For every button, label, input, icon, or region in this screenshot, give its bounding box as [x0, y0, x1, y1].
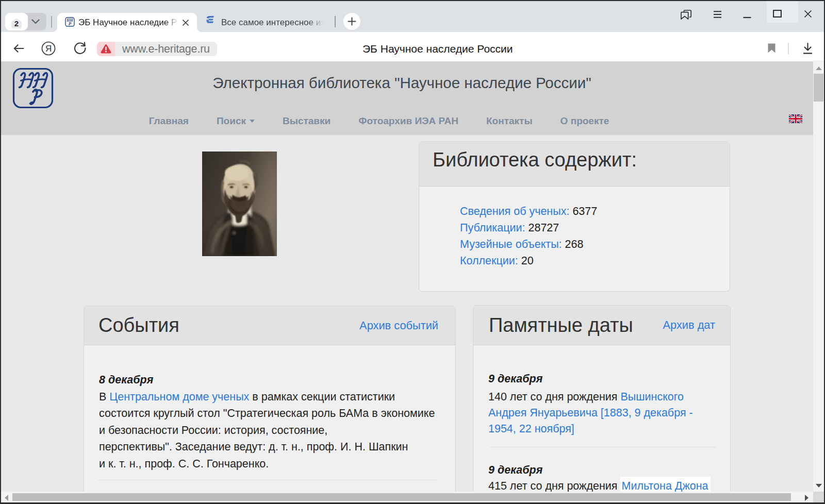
- divider: [98, 480, 437, 480]
- downloads-icon[interactable]: [803, 43, 813, 54]
- new-tab-button[interactable]: [343, 13, 360, 30]
- horizontal-scroll-thumb[interactable]: [12, 493, 791, 501]
- scroll-left-arrow[interactable]: [5, 495, 8, 501]
- tab-title: ЭБ Научное наследие Р: [78, 18, 179, 29]
- page-title-omnibox: ЭБ Научное наследие России: [362, 42, 513, 56]
- tab-close-icon[interactable]: [182, 19, 189, 26]
- text-segment: и к. т. н., проф. С. С. Гончаренко.: [99, 458, 269, 470]
- scientist-portrait-photo: [202, 152, 277, 256]
- vertical-scroll-thumb[interactable]: [814, 74, 823, 102]
- text-line: 9 декабря: [488, 462, 725, 478]
- text-segment: перспективы". Заседание ведут: д. т. н.,…: [99, 441, 408, 453]
- text-line: и к. т. н., проф. С. С. Гончаренко.: [99, 456, 450, 473]
- text-line: 9 декабря: [488, 371, 725, 387]
- inline-link[interactable]: Центральном доме ученых: [109, 391, 249, 403]
- tab-counter[interactable]: 2: [5, 13, 46, 30]
- back-icon[interactable]: [13, 43, 24, 54]
- warning-triangle-icon: [101, 44, 111, 54]
- tab-title: Все самое интересное из: [221, 18, 327, 29]
- minimize-icon[interactable]: [743, 16, 751, 19]
- text-segment: в рамках секции статистики: [249, 391, 395, 403]
- text-segment: 415 лет со дня рождения: [488, 480, 620, 492]
- tabstrip-divider: [335, 16, 336, 27]
- dates-item: 9 декабря140 лет со дня рождения Вышинск…: [488, 371, 725, 438]
- stat-row: Публикации: 28727: [460, 220, 597, 236]
- text-segment: 9 декабря: [488, 464, 542, 476]
- window-close-icon[interactable]: [804, 10, 812, 18]
- nav-home[interactable]: Главная: [149, 115, 189, 127]
- text-line: 415 лет со дня рождения Мильтона Джона: [488, 478, 725, 492]
- site-header: Электронная библиотека "Научное наследие…: [1, 60, 813, 135]
- reload-icon[interactable]: [73, 41, 87, 55]
- panels-bookmarks-icon[interactable]: [680, 10, 692, 20]
- site-nav: Главная Поиск Выставки Фотоархив ИЭА РАН…: [1, 115, 757, 127]
- text-line: В Центральном доме ученых в рамках секци…: [99, 389, 450, 406]
- stat-value: 28727: [528, 222, 559, 234]
- stat-value: 268: [565, 238, 584, 250]
- text-segment: 8 декабря: [99, 374, 153, 386]
- stat-value: 20: [521, 255, 534, 267]
- stat-row: Коллекции: 20: [460, 253, 597, 269]
- text-line: и безопасности России: история, состояни…: [99, 422, 450, 439]
- stat-row: Музейные объекты: 268: [460, 236, 597, 253]
- maximize-icon[interactable]: [773, 10, 782, 18]
- dates-item: 9 декабря415 лет со дня рождения Мильтон…: [488, 462, 725, 492]
- text-segment: 140 лет со дня рождения: [488, 391, 620, 403]
- events-card: События Архив событий 8 декабряВ Централ…: [84, 306, 456, 492]
- site-safety-badge[interactable]: [97, 42, 115, 56]
- toolbar-divider: [788, 43, 789, 54]
- scroll-right-arrow[interactable]: [805, 495, 808, 501]
- text-line: Андрея Януарьевича [1883, 9 декабря -: [488, 405, 725, 421]
- inline-link[interactable]: Вышинского: [620, 391, 684, 403]
- stat-link[interactable]: Коллекции:: [460, 255, 518, 267]
- text-segment: 9 декабря: [488, 373, 542, 385]
- tab-inactive[interactable]: Все самое интересное из: [200, 13, 335, 32]
- nav-photoarchive[interactable]: Фотоархив ИЭА РАН: [358, 115, 458, 127]
- yandex-letter: Я: [45, 44, 52, 54]
- tab-favicon-dzen: [205, 14, 216, 25]
- inline-link[interactable]: Мильтона Джона: [620, 477, 710, 492]
- nav-exhibitions[interactable]: Выставки: [283, 115, 331, 127]
- vertical-scrollbar[interactable]: [813, 60, 824, 492]
- events-card-title: События: [98, 314, 179, 337]
- nav-about[interactable]: О проекте: [560, 115, 609, 127]
- text-line: перспективы". Заседание ведут: д. т. н.,…: [99, 439, 450, 456]
- stat-link[interactable]: Музейные объекты:: [460, 238, 562, 250]
- uk-flag-icon[interactable]: [789, 114, 802, 123]
- tab-corner: [52, 27, 57, 32]
- dates-archive-link[interactable]: Архив дат: [663, 318, 715, 332]
- scroll-down-arrow[interactable]: [816, 484, 822, 488]
- nav-contacts[interactable]: Контакты: [486, 115, 533, 127]
- site-title: Электронная библиотека "Научное наследие…: [1, 74, 803, 92]
- menu-icon[interactable]: [713, 11, 722, 18]
- browser-toolbar: Я www.e-heritage.ru ЭБ Научное наследие …: [1, 32, 824, 60]
- yandex-home-icon[interactable]: Я: [41, 41, 56, 56]
- tabstrip-divider: [51, 16, 52, 28]
- inline-link[interactable]: Андрея Януарьевича [1883, 9 декабря -: [488, 407, 693, 419]
- text-segment: состоится круглый стол "Стратегическая р…: [99, 407, 435, 419]
- memorable-dates-card: Памятные даты Архив дат 9 декабря140 лет…: [473, 305, 731, 492]
- text-line: 8 декабря: [99, 372, 450, 389]
- plus-icon: [348, 17, 356, 26]
- events-archive-link[interactable]: Архив событий: [359, 319, 438, 332]
- caret-down-icon: [250, 120, 255, 123]
- dates-card-title: Памятные даты: [489, 314, 633, 337]
- scrollbar-corner: [813, 492, 824, 502]
- text-line: состоится круглый стол "Стратегическая р…: [99, 405, 450, 422]
- tab-active[interactable]: НН Р ЭБ Научное наследие Р: [57, 13, 197, 32]
- tab-favicon-nnr: НН Р: [65, 17, 75, 27]
- text-segment: В: [99, 391, 109, 403]
- tab-count: 2: [10, 17, 23, 28]
- url-text[interactable]: www.e-heritage.ru: [122, 42, 210, 56]
- tab-strip: 2 НН Р ЭБ Научное наследие Р: [1, 1, 824, 32]
- stat-link[interactable]: Сведения об ученых:: [460, 205, 569, 217]
- chevron-down-icon[interactable]: [31, 19, 40, 24]
- inline-link[interactable]: 1954, 22 ноября]: [488, 423, 574, 435]
- events-item: 8 декабряВ Центральном доме ученых в рам…: [99, 372, 450, 473]
- nav-search[interactable]: Поиск: [217, 115, 255, 127]
- stat-link[interactable]: Публикации:: [460, 222, 525, 234]
- divider: [490, 447, 716, 447]
- scroll-up-arrow[interactable]: [816, 66, 822, 70]
- bookmark-flag-icon[interactable]: [768, 43, 776, 53]
- stats-card-header: Библиотека содержит:: [419, 142, 730, 187]
